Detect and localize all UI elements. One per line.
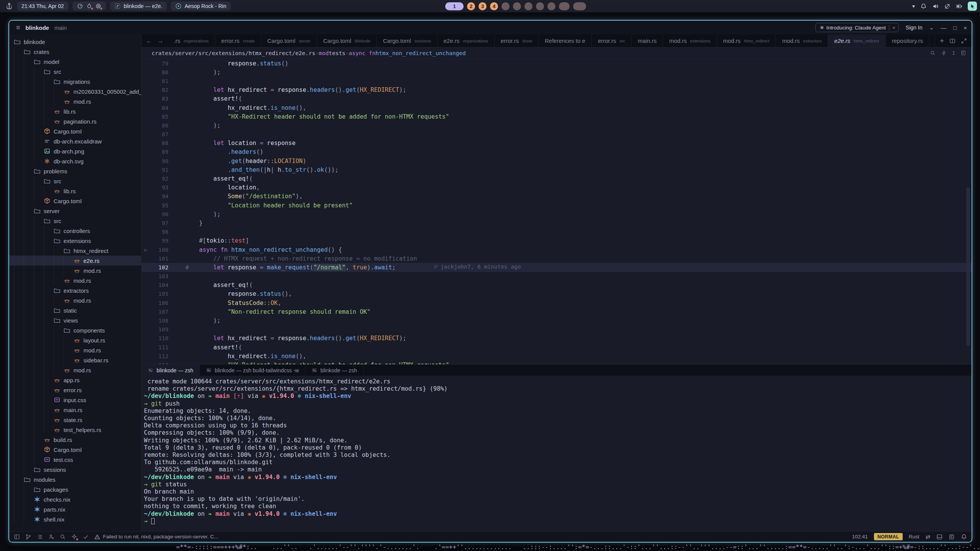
code-line[interactable]: 87 bbox=[142, 130, 972, 139]
code-line[interactable]: 80 ); bbox=[142, 68, 972, 77]
mic-muted-icon[interactable] bbox=[944, 3, 951, 10]
monitor-widgets[interactable] bbox=[72, 2, 106, 11]
project-panel[interactable]: blinkodecratesmodelsrcmigrationsm2026033… bbox=[9, 34, 142, 531]
tree-item[interactable]: mod.rs bbox=[9, 276, 141, 285]
editor-tab[interactable]: mod.rshtmx_redirect bbox=[717, 34, 776, 47]
tree-item[interactable]: blinkode bbox=[9, 37, 141, 47]
tree-item[interactable]: db-arch.svg bbox=[9, 156, 141, 166]
split-pane-icon[interactable] bbox=[949, 38, 956, 44]
editor-tab[interactable]: repository.rs bbox=[886, 34, 929, 47]
assistant-sparkle-icon[interactable] bbox=[71, 534, 77, 540]
terminal-toggle-icon[interactable] bbox=[936, 534, 942, 540]
workspace-pill-empty[interactable] bbox=[573, 2, 586, 10]
project-name[interactable]: blinkode bbox=[26, 24, 49, 31]
code-line[interactable]: 105 response.status(), bbox=[142, 290, 972, 298]
clock-widget[interactable]: 21:43 Thu, Apr 02 bbox=[17, 2, 69, 11]
editor-tab[interactable]: error.rscreate bbox=[215, 34, 261, 47]
cursor-position[interactable]: 102:41 bbox=[852, 534, 868, 540]
tree-item[interactable]: problems bbox=[9, 166, 141, 176]
tree-item[interactable]: model bbox=[9, 57, 141, 67]
lsp-warning[interactable]: Failed to run nil, nixd, package-version… bbox=[94, 534, 218, 540]
code-line[interactable]: 85 "HX-Redirect header should not be add… bbox=[142, 112, 972, 121]
tree-item[interactable]: checks.nix bbox=[9, 494, 141, 504]
expand-pane-icon[interactable] bbox=[961, 38, 967, 44]
tree-item[interactable]: src bbox=[9, 216, 141, 226]
tree-item[interactable]: components bbox=[9, 325, 141, 335]
code-line[interactable]: 107 "Non-redirect response should remain… bbox=[142, 307, 972, 316]
editor-scrollbar[interactable] bbox=[966, 187, 970, 346]
tray-chevron-icon[interactable]: ▾ bbox=[912, 3, 915, 9]
git-branch-label[interactable]: main bbox=[54, 24, 67, 31]
status-bell-icon[interactable] bbox=[961, 534, 967, 540]
close-button[interactable]: × bbox=[964, 24, 967, 31]
tree-item[interactable]: controllers bbox=[9, 226, 141, 236]
editor-tab[interactable]: Cargo.tomlsessions bbox=[377, 34, 437, 47]
tree-item[interactable]: main.rs bbox=[9, 405, 141, 415]
terminal-output[interactable]: create mode 100644 crates/server/src/ext… bbox=[142, 376, 972, 531]
workspace-pill[interactable]: 2 bbox=[467, 2, 475, 10]
code-line[interactable]: 113 "HX-Redirect header should not be ad… bbox=[142, 360, 972, 364]
nav-forward-icon[interactable]: → bbox=[155, 37, 165, 44]
breadcrumb[interactable]: crates/server/src/extensions/htmx_redire… bbox=[142, 47, 972, 59]
tree-item[interactable]: Cargo.toml bbox=[9, 445, 141, 455]
music-widget[interactable]: Aesop Rock - Rin bbox=[171, 2, 231, 11]
tree-item[interactable]: pagination.rs bbox=[9, 116, 141, 126]
workspace-pill[interactable]: 3 bbox=[479, 2, 487, 10]
workspace-pill-empty[interactable] bbox=[536, 2, 544, 10]
tree-item[interactable]: static bbox=[9, 305, 141, 315]
code-line[interactable]: 111 assert!( bbox=[142, 343, 972, 352]
tree-item[interactable]: Cargo.toml bbox=[9, 126, 141, 136]
editor-tab[interactable]: e2e.rsorganizations bbox=[438, 34, 495, 47]
tree-item[interactable]: Cargo.toml bbox=[9, 196, 141, 206]
buffer-search-icon[interactable] bbox=[930, 50, 936, 56]
editor-tab[interactable]: error.rsshow bbox=[495, 34, 539, 47]
code-line[interactable]: 102 let response = make_request("/normal… bbox=[142, 263, 972, 272]
tree-item[interactable]: modules bbox=[9, 474, 141, 484]
editor-tab[interactable]: .rsorganizations bbox=[168, 34, 215, 47]
code-line[interactable]: 79 response.status() bbox=[142, 59, 972, 68]
code-action-bolt-icon[interactable] bbox=[168, 264, 199, 271]
battery-icon[interactable] bbox=[956, 3, 962, 10]
terminal-tab[interactable]: blinkode — zsh bbox=[305, 365, 364, 376]
editor-tab[interactable]: main.rs bbox=[632, 34, 663, 47]
code-line[interactable]: 109 bbox=[142, 325, 972, 334]
tree-item[interactable]: htmx_redirect bbox=[9, 246, 141, 256]
code-line[interactable]: 97} bbox=[142, 218, 972, 227]
tree-item[interactable]: extensions bbox=[9, 236, 141, 246]
tree-item[interactable]: e2e.rs bbox=[9, 256, 141, 266]
code-line[interactable]: 104 assert_eq!( bbox=[142, 281, 972, 290]
code-line[interactable]: 84 hx_redirect.is_none(), bbox=[142, 103, 972, 112]
tree-item[interactable]: layout.rs bbox=[9, 335, 141, 345]
panels-toggle-icon[interactable] bbox=[949, 534, 955, 540]
code-actions-icon[interactable] bbox=[941, 50, 947, 56]
diagnostics-check-icon[interactable] bbox=[83, 534, 89, 540]
menu-icon[interactable]: ≡ bbox=[16, 24, 20, 32]
tree-item[interactable]: db-arch.png bbox=[9, 146, 141, 156]
code-line[interactable]: 92 assert_eq!( bbox=[142, 174, 972, 183]
tree-item[interactable]: extractors bbox=[9, 285, 141, 295]
code-line[interactable]: 98 bbox=[142, 228, 972, 236]
code-line[interactable]: 94 Some("/destination"), bbox=[142, 192, 972, 201]
workspace-pill-empty[interactable] bbox=[513, 2, 521, 10]
code-line[interactable]: 99#[tokio::test] bbox=[142, 236, 972, 245]
tree-item[interactable]: views bbox=[9, 315, 141, 325]
tree-item[interactable]: mod.rs bbox=[9, 345, 141, 355]
editor-tab[interactable]: mod.rsextractors bbox=[776, 34, 828, 47]
tree-item[interactable]: sidebar.rs bbox=[9, 355, 141, 365]
sign-in-button[interactable]: Sign In bbox=[906, 24, 923, 31]
tree-item[interactable]: test.css bbox=[9, 455, 141, 465]
terminal-tab[interactable]: blinkode — zsh bbox=[142, 365, 200, 376]
code-line[interactable]: 83 assert!( bbox=[142, 95, 972, 103]
tree-item[interactable]: migrations bbox=[9, 77, 141, 86]
project-panel-toggle-icon[interactable] bbox=[14, 534, 20, 540]
tree-item[interactable]: sessions bbox=[9, 465, 141, 474]
terminal-tab[interactable]: blinkode — zsh build-tailwindcss -w bbox=[200, 365, 305, 376]
code-line[interactable]: 112 hx_redirect.is_none(), bbox=[142, 352, 972, 360]
search-panel-icon[interactable] bbox=[60, 534, 66, 540]
workspace-pill-active[interactable]: 1 bbox=[445, 2, 464, 10]
tree-item[interactable]: input.css bbox=[9, 395, 141, 405]
notifications-bell-icon[interactable] bbox=[920, 3, 927, 10]
ibeam-cursor-icon[interactable]: I bbox=[952, 50, 955, 56]
tree-item[interactable]: packages bbox=[9, 484, 141, 494]
active-window-widget[interactable]: blinkode — e2e. bbox=[110, 2, 167, 11]
